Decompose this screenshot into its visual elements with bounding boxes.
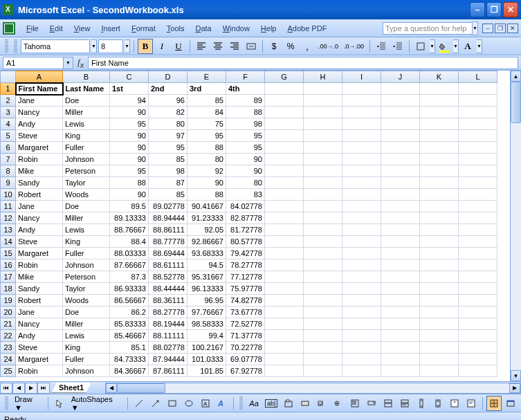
cell[interactable]: 89 [226, 95, 265, 107]
cell[interactable]: 85.46667 [110, 330, 149, 342]
cell[interactable] [420, 330, 459, 342]
cell[interactable]: 80 [188, 154, 226, 165]
cell[interactable] [420, 107, 459, 118]
cell[interactable] [304, 283, 342, 295]
cell[interactable]: 86.56667 [110, 295, 149, 307]
toolbar-grip[interactable] [239, 396, 243, 410]
cell[interactable]: Nancy [16, 107, 63, 118]
cell[interactable]: 92.86667 [188, 236, 226, 248]
col-header-G[interactable]: G [265, 71, 304, 83]
row-header-17[interactable]: 17 [1, 271, 16, 283]
cell[interactable] [304, 177, 342, 189]
row-header-2[interactable]: 2 [1, 95, 16, 107]
scroll-right-button[interactable]: ▶ [509, 383, 520, 393]
cell[interactable] [459, 154, 497, 165]
cell[interactable]: Johnson [63, 365, 110, 377]
cell[interactable] [342, 177, 381, 189]
cell[interactable] [342, 212, 381, 224]
cell[interactable] [304, 307, 342, 318]
spinner-button[interactable] [430, 396, 446, 411]
cell[interactable]: 75.97778 [226, 283, 265, 295]
first-sheet-button[interactable]: ⏮ [0, 383, 12, 394]
cell[interactable] [342, 330, 381, 342]
row-header-5[interactable]: 5 [1, 130, 16, 142]
underline-button[interactable]: U [171, 39, 186, 54]
cell[interactable] [304, 236, 342, 248]
decrease-decimal-button[interactable]: .0→.00 [342, 39, 366, 54]
cell[interactable]: 88.03333 [110, 248, 149, 259]
draw-menu[interactable]: Draw ▼ [12, 395, 44, 412]
cell[interactable] [459, 271, 497, 283]
cell[interactable] [265, 354, 304, 365]
cell[interactable]: Nancy [16, 212, 63, 224]
cell[interactable]: Woods [63, 295, 110, 307]
cell[interactable]: 95 [149, 142, 188, 154]
cell[interactable]: 101.85 [188, 365, 226, 377]
cell[interactable]: King [63, 130, 110, 142]
run-dialog-button[interactable] [503, 396, 518, 411]
cell[interactable] [459, 165, 497, 177]
cell[interactable]: Taylor [63, 177, 110, 189]
cell[interactable]: Robin [16, 154, 63, 165]
cell[interactable]: Doe [63, 307, 110, 318]
cell[interactable]: 95 [110, 118, 149, 130]
cell[interactable] [342, 248, 381, 259]
cell[interactable] [342, 83, 381, 95]
toolbar-grip[interactable] [5, 396, 8, 410]
cell[interactable] [381, 342, 420, 354]
cell[interactable]: 84 [188, 107, 226, 118]
vertical-scrollbar[interactable]: ▲ ▼ [510, 71, 521, 381]
cell[interactable] [342, 259, 381, 271]
cell[interactable] [265, 295, 304, 307]
cell[interactable] [304, 318, 342, 330]
cell[interactable] [265, 142, 304, 154]
prev-sheet-button[interactable]: ◀ [12, 383, 25, 394]
cell[interactable]: Margaret [16, 354, 63, 365]
cell[interactable]: 85.1 [110, 342, 149, 354]
combo-dropdown-button[interactable] [397, 396, 412, 411]
cell[interactable] [304, 118, 342, 130]
borders-button[interactable] [413, 39, 428, 54]
cell[interactable] [459, 130, 497, 142]
cell[interactable] [459, 342, 497, 354]
cell[interactable] [342, 118, 381, 130]
cell[interactable] [265, 83, 304, 95]
row-header-1[interactable]: 1 [1, 83, 16, 95]
cell[interactable] [304, 83, 342, 95]
menu-help[interactable]: Help [255, 22, 282, 35]
cell[interactable] [342, 307, 381, 318]
cell[interactable] [265, 307, 304, 318]
scroll-up-button[interactable]: ▲ [511, 71, 521, 82]
cell[interactable] [459, 283, 497, 295]
cell[interactable] [381, 248, 420, 259]
cell[interactable]: Last Name [63, 83, 110, 95]
row-header-21[interactable]: 21 [1, 318, 16, 330]
row-header-14[interactable]: 14 [1, 236, 16, 248]
cell[interactable] [265, 365, 304, 377]
cell[interactable]: 90 [110, 130, 149, 142]
cell[interactable] [342, 224, 381, 236]
cell[interactable] [342, 107, 381, 118]
cell[interactable] [459, 177, 497, 189]
cell[interactable]: 88 [188, 189, 226, 201]
align-center-button[interactable] [210, 39, 226, 54]
cell[interactable]: Margaret [16, 248, 63, 259]
view-code-button[interactable] [464, 396, 479, 411]
cell[interactable] [342, 365, 381, 377]
cell[interactable]: 85 [149, 154, 188, 165]
cell[interactable]: 71.37778 [226, 330, 265, 342]
col-header-J[interactable]: J [381, 71, 420, 83]
menu-data[interactable]: Data [190, 22, 217, 35]
cell[interactable]: 80 [149, 118, 188, 130]
menu-view[interactable]: View [68, 22, 96, 35]
cell[interactable] [304, 259, 342, 271]
cell[interactable]: Robin [16, 365, 63, 377]
cell[interactable] [420, 165, 459, 177]
cell[interactable] [265, 201, 304, 212]
cell[interactable]: Jane [16, 201, 63, 212]
col-header-A[interactable]: A [16, 71, 63, 83]
cell[interactable]: 90.41667 [188, 201, 226, 212]
cell[interactable] [381, 307, 420, 318]
cell[interactable] [420, 118, 459, 130]
cell[interactable] [381, 271, 420, 283]
